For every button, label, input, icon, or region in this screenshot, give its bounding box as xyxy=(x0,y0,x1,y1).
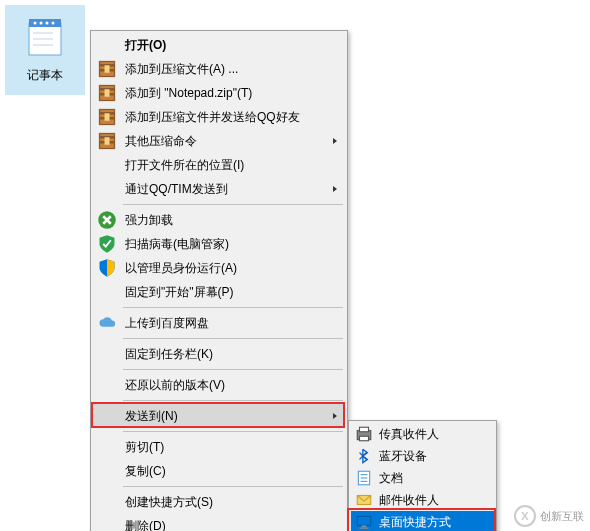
menu-separator xyxy=(123,486,343,487)
submenu-item[interactable]: 蓝牙设备 xyxy=(351,445,494,467)
menu-item-label: 强力卸载 xyxy=(125,212,341,229)
menu-item-label: 通过QQ/TIM发送到 xyxy=(125,181,329,198)
send-to-submenu: 传真收件人蓝牙设备文档邮件收件人桌面快捷方式 xyxy=(348,420,497,531)
blank-icon xyxy=(97,179,117,199)
submenu-item-label: 传真收件人 xyxy=(379,426,490,443)
svg-point-3 xyxy=(40,22,43,25)
cloud-icon xyxy=(97,313,117,333)
svg-point-5 xyxy=(52,22,55,25)
menu-item-label: 打开文件所在的位置(I) xyxy=(125,157,341,174)
submenu-item[interactable]: 文档 xyxy=(351,467,494,489)
menu-item[interactable]: 剪切(T) xyxy=(93,435,345,459)
shield-blue-icon xyxy=(97,258,117,278)
svg-point-2 xyxy=(34,22,37,25)
menu-item-label: 发送到(N) xyxy=(125,408,329,425)
svg-rect-28 xyxy=(360,436,369,441)
menu-item[interactable]: 复制(C) xyxy=(93,459,345,483)
uninstall-icon xyxy=(97,210,117,230)
desktop-icon xyxy=(355,513,373,531)
chevron-right-icon xyxy=(329,410,341,422)
watermark-text: 创新互联 xyxy=(540,509,584,524)
svg-rect-34 xyxy=(357,516,371,525)
blank-icon xyxy=(97,516,117,531)
submenu-item[interactable]: 传真收件人 xyxy=(351,423,494,445)
svg-rect-27 xyxy=(360,427,369,432)
svg-rect-16 xyxy=(105,89,110,97)
menu-item-label: 剪切(T) xyxy=(125,439,341,456)
menu-item-label: 打开(O) xyxy=(125,37,341,54)
blank-icon xyxy=(97,437,117,457)
submenu-item-label: 文档 xyxy=(379,470,490,487)
menu-item[interactable]: 添加到压缩文件(A) ... xyxy=(93,57,345,81)
watermark: X 创新互联 xyxy=(514,505,584,527)
menu-item-label: 固定到"开始"屏幕(P) xyxy=(125,284,341,301)
bluetooth-icon xyxy=(355,447,373,465)
blank-icon xyxy=(97,406,117,426)
menu-item[interactable]: 添加到 "Notepad.zip"(T) xyxy=(93,81,345,105)
chevron-right-icon xyxy=(329,135,341,147)
menu-separator xyxy=(123,400,343,401)
menu-item-label: 复制(C) xyxy=(125,463,341,480)
doc-icon xyxy=(355,469,373,487)
menu-item[interactable]: 其他压缩命令 xyxy=(93,129,345,153)
menu-item[interactable]: 扫描病毒(电脑管家) xyxy=(93,232,345,256)
blank-icon xyxy=(97,461,117,481)
blank-icon xyxy=(97,375,117,395)
archive-icon xyxy=(97,83,117,103)
menu-item[interactable]: 通过QQ/TIM发送到 xyxy=(93,177,345,201)
menu-item-label: 添加到压缩文件(A) ... xyxy=(125,61,341,78)
menu-item-label: 删除(D) xyxy=(125,518,341,532)
context-menu: 打开(O)添加到压缩文件(A) ...添加到 "Notepad.zip"(T)添… xyxy=(90,30,348,531)
menu-item-label: 扫描病毒(电脑管家) xyxy=(125,236,341,253)
submenu-item-label: 蓝牙设备 xyxy=(379,448,490,465)
menu-item-label: 添加到压缩文件并发送给QQ好友 xyxy=(125,109,341,126)
blank-icon xyxy=(97,344,117,364)
menu-separator xyxy=(123,338,343,339)
menu-item[interactable]: 删除(D) xyxy=(93,514,345,531)
blank-icon xyxy=(97,155,117,175)
menu-item[interactable]: 打开文件所在的位置(I) xyxy=(93,153,345,177)
submenu-item[interactable]: 邮件收件人 xyxy=(351,489,494,511)
menu-item[interactable]: 以管理员身份运行(A) xyxy=(93,256,345,280)
svg-rect-35 xyxy=(362,525,367,527)
submenu-item[interactable]: 桌面快捷方式 xyxy=(351,511,494,531)
menu-item-label: 添加到 "Notepad.zip"(T) xyxy=(125,85,341,102)
svg-rect-20 xyxy=(105,113,110,121)
menu-item[interactable]: 创建快捷方式(S) xyxy=(93,490,345,514)
svg-rect-12 xyxy=(105,65,110,73)
mail-icon xyxy=(355,491,373,509)
menu-item[interactable]: 强力卸载 xyxy=(93,208,345,232)
menu-item[interactable]: 添加到压缩文件并发送给QQ好友 xyxy=(93,105,345,129)
archive-icon xyxy=(97,107,117,127)
watermark-icon: X xyxy=(514,505,536,527)
menu-item-label: 以管理员身份运行(A) xyxy=(125,260,341,277)
menu-item[interactable]: 上传到百度网盘 xyxy=(93,311,345,335)
menu-item-label: 其他压缩命令 xyxy=(125,133,329,150)
menu-item[interactable]: 还原以前的版本(V) xyxy=(93,373,345,397)
svg-rect-36 xyxy=(360,528,369,529)
menu-item-label: 固定到任务栏(K) xyxy=(125,346,341,363)
chevron-right-icon xyxy=(329,183,341,195)
archive-icon xyxy=(97,59,117,79)
submenu-item-label: 桌面快捷方式 xyxy=(379,514,490,531)
submenu-item-label: 邮件收件人 xyxy=(379,492,490,509)
menu-item[interactable]: 发送到(N) xyxy=(93,404,345,428)
menu-item[interactable]: 固定到"开始"屏幕(P) xyxy=(93,280,345,304)
menu-item-label: 创建快捷方式(S) xyxy=(125,494,341,511)
menu-separator xyxy=(123,431,343,432)
svg-rect-24 xyxy=(105,137,110,145)
shield-green-icon xyxy=(97,234,117,254)
menu-item-label: 还原以前的版本(V) xyxy=(125,377,341,394)
desktop-icon-notepad[interactable]: 记事本 xyxy=(5,5,85,95)
archive-icon xyxy=(97,131,117,151)
blank-icon xyxy=(97,492,117,512)
svg-point-4 xyxy=(46,22,49,25)
menu-item[interactable]: 固定到任务栏(K) xyxy=(93,342,345,366)
notepad-icon xyxy=(21,13,69,61)
menu-item[interactable]: 打开(O) xyxy=(93,33,345,57)
menu-separator xyxy=(123,307,343,308)
blank-icon xyxy=(97,35,117,55)
fax-icon xyxy=(355,425,373,443)
desktop-icon-label: 记事本 xyxy=(27,67,63,84)
blank-icon xyxy=(97,282,117,302)
